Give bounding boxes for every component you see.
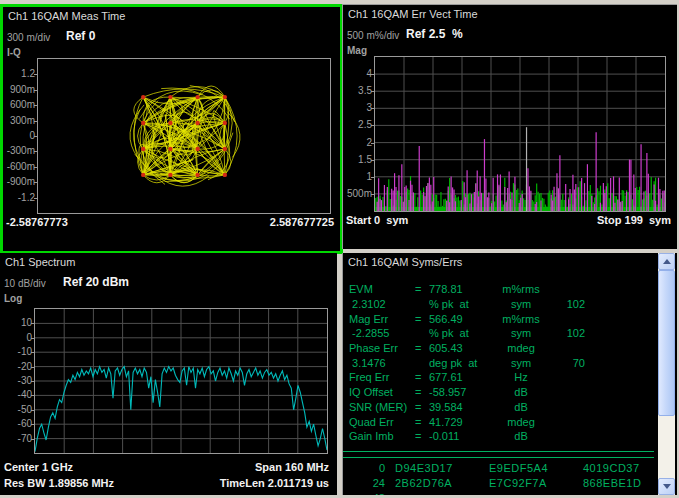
error-summary-cell: dB	[491, 386, 551, 398]
error-summary-cell: =	[415, 313, 429, 325]
x-max-label: 2.587677725	[270, 216, 334, 228]
y-tick-label: 300m	[3, 115, 35, 126]
error-summary-cell: m%rms	[491, 283, 551, 295]
error-summary-row: Mag Err=566.49m%rms	[345, 311, 653, 326]
table-divider	[343, 451, 654, 458]
error-summary-cell: 41.729	[429, 416, 491, 428]
y-tick-label: -600m	[3, 161, 35, 172]
error-summary-cell: Mag Err	[349, 313, 415, 325]
panel-meas-time[interactable]: Ch1 16QAM Meas Time 300 m/div Ref 0 I-Q …	[0, 4, 343, 254]
error-summary-cell: 566.49	[429, 313, 491, 325]
symbol-hex-word: 2B62D76A	[395, 477, 479, 489]
scrollbar-up-button[interactable]	[658, 253, 675, 270]
error-summary-cell: sym	[491, 298, 551, 310]
panel-title: Ch1 16QAM Meas Time	[8, 10, 125, 22]
error-summary-cell: sym	[491, 357, 551, 369]
vsa-window: Ch1 16QAM Meas Time 300 m/div Ref 0 I-Q …	[0, 0, 679, 498]
y-tick-label: 4	[343, 68, 372, 79]
error-summary-cell: deg pk at	[429, 357, 491, 369]
error-summary-cell: Gain Imb	[349, 430, 415, 442]
ref-level-label: Ref 20 dBm	[63, 275, 129, 289]
y-tick-label: 1.2	[3, 68, 35, 79]
y-tick-label: 10	[0, 317, 32, 328]
y-axis-format-label: Mag	[347, 45, 367, 56]
error-summary-cell: 605.43	[429, 342, 491, 354]
symbol-row: 48	[345, 490, 653, 495]
center-freq-label: Center 1 GHz	[4, 461, 73, 473]
error-summary-cell: -2.2855	[349, 327, 415, 339]
error-summary-cell: 677.61	[429, 371, 491, 383]
y-tick-label: 0	[3, 130, 35, 141]
error-summary-cell: dB	[491, 430, 551, 442]
y-tick-label: 0	[0, 332, 32, 343]
error-summary-cell: 2.3102	[349, 298, 415, 310]
panel-err-vect-time[interactable]: Ch1 16QAM Err Vect Time 500 m%/div Ref 2…	[342, 4, 677, 249]
chevron-down-icon	[663, 484, 671, 489]
error-summary-cell: Phase Err	[349, 342, 415, 354]
ref-level-label: Ref 2.5 %	[406, 27, 463, 41]
y-tick-label: -300m	[3, 145, 35, 156]
y-tick-label: 3.5	[343, 85, 372, 96]
error-summary-cell: mdeg	[491, 342, 551, 354]
panel-spectrum[interactable]: Ch1 Spectrum 10 dB/div Ref 20 dBm Log 10…	[0, 253, 337, 495]
symbol-index: 48	[345, 492, 385, 496]
scrollbar-thumb[interactable]	[658, 270, 675, 416]
x-start-label: Start 0 sym	[346, 214, 408, 226]
error-summary-row: Gain Imb=-0.011dB	[345, 429, 653, 444]
symbol-row: 0D94E3D17E9EDF5A44019CD37	[345, 460, 653, 475]
y-axis-format-label: I-Q	[7, 47, 21, 58]
scrollbar-down-button[interactable]	[658, 478, 675, 495]
symbol-row: 242B62D76AE7C92F7A868EBE1D	[345, 475, 653, 490]
spectrum-plot[interactable]	[35, 309, 327, 453]
y-tick-label: -1.2	[3, 192, 35, 203]
error-summary-cell: sym	[491, 327, 551, 339]
symbol-hex-word: 868EBE1D	[583, 477, 667, 489]
scale-per-div-label: 500 m%/div	[347, 30, 399, 41]
ref-level-label: Ref 0	[66, 29, 95, 43]
error-summary-cell: EVM	[349, 283, 415, 295]
scrollbar[interactable]	[658, 253, 675, 495]
error-summary-cell: 102	[551, 298, 585, 310]
error-summary-row: 3.1476deg pk atsym70	[345, 355, 653, 370]
panel-title: Ch1 16QAM Err Vect Time	[348, 8, 478, 20]
error-summary-row: Freq Err=677.61Hz	[345, 370, 653, 385]
y-tick-label: -10	[0, 346, 32, 357]
y-tick-label: -50	[0, 404, 32, 415]
y-tick-label: -70	[0, 433, 32, 444]
scale-per-div-label: 300 m/div	[7, 32, 50, 43]
y-tick-label: 1	[343, 171, 372, 182]
error-summary-row: Quad Err=41.729mdeg	[345, 414, 653, 429]
error-summary-row: SNR (MER)=39.584dB	[345, 400, 653, 415]
error-summary-cell: =	[415, 430, 429, 442]
error-summary-row: EVM=778.81m%rms	[345, 282, 653, 297]
error-summary-cell: 3.1476	[349, 357, 415, 369]
constellation-plot[interactable]	[38, 59, 330, 213]
symbol-hex-word: 4019CD37	[583, 462, 667, 474]
error-summary-cell: =	[415, 283, 429, 295]
error-summary-cell: m%rms	[491, 313, 551, 325]
y-tick-label: 900m	[3, 84, 35, 95]
error-summary-cell: =	[415, 386, 429, 398]
error-summary-cell: Freq Err	[349, 371, 415, 383]
y-tick-label: 600m	[3, 99, 35, 110]
symbol-hex-word: E9EDF5A4	[489, 462, 573, 474]
error-summary-cell: 70	[551, 357, 585, 369]
error-summary-cell: Quad Err	[349, 416, 415, 428]
error-summary-cell: -58.957	[429, 386, 491, 398]
y-tick-label: 3	[343, 102, 372, 113]
panel-syms-errs[interactable]: Ch1 16QAM Syms/Errs EVM=778.81m%rms 2.31…	[342, 253, 677, 495]
error-summary-cell: -0.011	[429, 430, 491, 442]
error-summary-cell: Hz	[491, 371, 551, 383]
scale-per-div-label: 10 dB/div	[4, 278, 46, 289]
y-tick-label: 500m	[343, 188, 372, 199]
x-stop-label: Stop 199 sym	[597, 214, 671, 226]
error-summary-cell: =	[415, 371, 429, 383]
err-vect-plot[interactable]	[375, 57, 665, 211]
symbol-index: 24	[345, 477, 385, 489]
error-summary-cell: SNR (MER)	[349, 401, 415, 413]
res-bw-label: Res BW 1.89856 MHz	[4, 477, 114, 489]
symbol-index: 0	[345, 462, 385, 474]
error-summary-row: 2.3102% pk atsym102	[345, 297, 653, 312]
error-summary-row: Phase Err=605.43mdeg	[345, 341, 653, 356]
error-summary-cell: =	[415, 416, 429, 428]
